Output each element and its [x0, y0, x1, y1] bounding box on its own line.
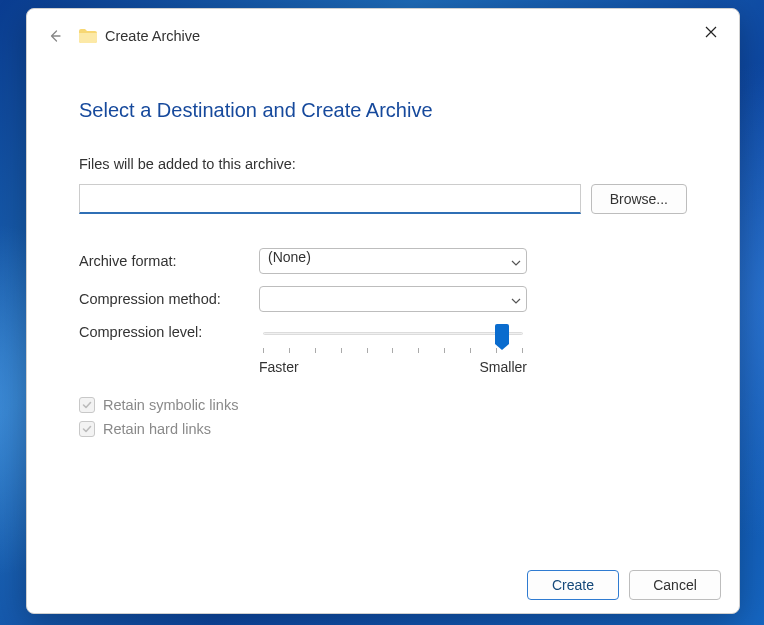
create-archive-dialog: Create Archive Select a Destination and … [26, 8, 740, 614]
close-button[interactable] [691, 17, 731, 47]
compression-level-row: Compression level: Faster Smaller [79, 324, 687, 375]
back-button[interactable] [39, 20, 71, 52]
archive-format-label: Archive format: [79, 253, 259, 269]
options-group: Retain symbolic links Retain hard links [79, 397, 687, 437]
compression-level-label: Compression level: [79, 324, 259, 340]
browse-button[interactable]: Browse... [591, 184, 687, 214]
retain-hard-links-checkbox[interactable]: Retain hard links [79, 421, 687, 437]
folder-icon [79, 29, 97, 43]
dialog-footer: Create Cancel [27, 557, 739, 613]
window-title: Create Archive [105, 28, 200, 44]
dialog-content: Select a Destination and Create Archive … [27, 63, 739, 557]
slider-range-labels: Faster Smaller [259, 359, 527, 375]
arrow-left-icon [47, 28, 63, 44]
checkbox-label: Retain hard links [103, 421, 211, 437]
archive-path-row: Browse... [79, 184, 687, 214]
slider-ticks [263, 348, 523, 353]
compression-method-select[interactable] [259, 286, 527, 312]
close-icon [705, 26, 717, 38]
archive-path-input[interactable] [79, 184, 581, 214]
page-heading: Select a Destination and Create Archive [79, 99, 687, 122]
compression-method-row: Compression method: [79, 286, 687, 312]
slider-track [263, 332, 523, 335]
compression-level-slider[interactable] [263, 326, 523, 346]
files-label: Files will be added to this archive: [79, 156, 687, 172]
checkbox-icon [79, 397, 95, 413]
compression-method-label: Compression method: [79, 291, 259, 307]
title-bar: Create Archive [27, 9, 739, 63]
checkbox-icon [79, 421, 95, 437]
checkbox-label: Retain symbolic links [103, 397, 238, 413]
retain-symbolic-links-checkbox[interactable]: Retain symbolic links [79, 397, 687, 413]
create-button[interactable]: Create [527, 570, 619, 600]
slider-thumb[interactable] [495, 324, 509, 344]
slider-label-left: Faster [259, 359, 299, 375]
slider-label-right: Smaller [480, 359, 527, 375]
cancel-button[interactable]: Cancel [629, 570, 721, 600]
archive-format-select[interactable]: (None) [259, 248, 527, 274]
archive-format-row: Archive format: (None) [79, 248, 687, 274]
